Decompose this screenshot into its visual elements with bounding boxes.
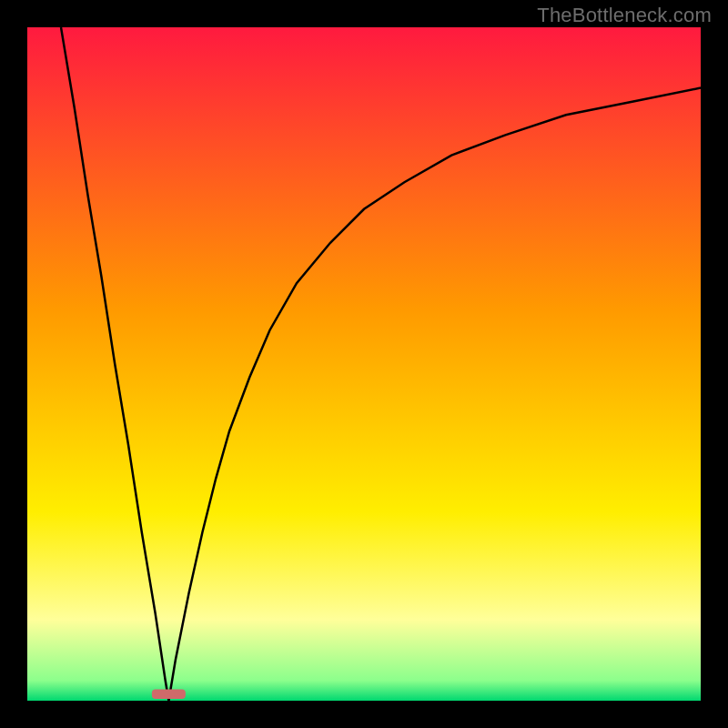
optimal-marker xyxy=(152,690,186,699)
chart-svg xyxy=(27,27,701,701)
chart-container: TheBottleneck.com xyxy=(0,0,728,728)
gradient-background xyxy=(27,27,701,701)
plot-frame xyxy=(27,27,701,701)
attribution-watermark: TheBottleneck.com xyxy=(537,4,712,27)
